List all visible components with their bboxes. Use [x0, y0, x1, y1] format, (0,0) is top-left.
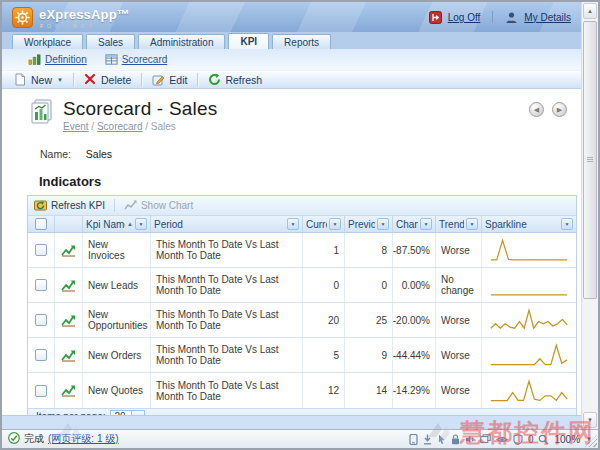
header-separator: [492, 11, 493, 23]
column-header-spark[interactable]: Sparkline▼: [482, 216, 576, 232]
subnav-scorecard[interactable]: Scorecard: [105, 53, 168, 66]
column-label: Period: [154, 219, 285, 230]
delete-button[interactable]: Delete: [76, 71, 139, 88]
breadcrumb: Event / Scorecard / Sales: [63, 121, 217, 132]
zoom-magnifier-icon[interactable]: [538, 434, 549, 445]
previous-record-button[interactable]: ◀: [529, 102, 544, 117]
change-cell: -14.29%: [393, 373, 436, 408]
tab-reports[interactable]: Reports: [272, 34, 331, 49]
icon-column-header: [55, 216, 83, 232]
filter-dropdown-button[interactable]: ▼: [377, 218, 389, 230]
row-checkbox[interactable]: [35, 279, 47, 291]
previous-cell: 8: [345, 233, 393, 267]
select-all-checkbox[interactable]: [35, 218, 47, 230]
trend-cell: Worse: [436, 303, 482, 337]
row-select-cell[interactable]: [28, 268, 55, 302]
pointer-icon[interactable]: [437, 434, 446, 445]
sparkline-cell: [482, 268, 576, 302]
refresh-button[interactable]: Refresh: [200, 71, 270, 88]
column-header-change[interactable]: Change▼: [393, 216, 436, 232]
column-header-period[interactable]: Period▼: [151, 216, 303, 232]
current-cell: 20: [303, 303, 345, 337]
kpi-row[interactable]: New OrdersThis Month To Date Vs Last Mon…: [28, 338, 576, 373]
scroll-up-button[interactable]: ▲: [583, 3, 597, 19]
filter-dropdown-button[interactable]: ▼: [135, 218, 147, 230]
row-select-cell[interactable]: [28, 338, 55, 372]
new-button[interactable]: New ▼: [6, 71, 71, 88]
log-off-link[interactable]: Log Off: [448, 12, 481, 23]
grid-pager: Items per page: 20 ▼: [28, 408, 576, 415]
shield-icon[interactable]: [513, 434, 523, 445]
sparkline-cell: [482, 233, 576, 267]
row-checkbox[interactable]: [35, 314, 47, 326]
tab-workplace[interactable]: Workplace: [12, 34, 83, 49]
my-details-link[interactable]: My Details: [524, 12, 571, 23]
row-checkbox[interactable]: [35, 244, 47, 256]
kpi-row[interactable]: New LeadsThis Month To Date Vs Last Mont…: [28, 268, 576, 303]
row-checkbox[interactable]: [35, 349, 47, 361]
scorecard-link[interactable]: Scorecard: [122, 54, 168, 65]
filter-dropdown-button[interactable]: ▼: [466, 218, 478, 230]
kpi-grid: Refresh KPI Show Chart Kpi Name▲▼Period▼…: [27, 195, 577, 415]
new-dropdown-caret[interactable]: ▼: [57, 77, 63, 83]
trend-cell: Worse: [436, 233, 482, 267]
scroll-down-button[interactable]: ▼: [583, 412, 597, 428]
sound-icon[interactable]: [465, 434, 475, 445]
download-icon[interactable]: [423, 434, 432, 445]
scrollbar-thumb[interactable]: [583, 21, 597, 299]
tab-administration[interactable]: Administration: [138, 34, 225, 49]
layout-icon[interactable]: [480, 434, 491, 445]
eye-icon[interactable]: [496, 434, 508, 445]
phone-icon[interactable]: [409, 434, 418, 445]
kpi-row[interactable]: New QuotesThis Month To Date Vs Last Mon…: [28, 373, 576, 408]
kpi-type-icon: [55, 373, 83, 408]
kpi-row[interactable]: New OpportunitiesThis Month To Date Vs L…: [28, 303, 576, 338]
show-chart-button[interactable]: Show Chart: [124, 199, 193, 212]
column-header-current[interactable]: Current▼: [303, 216, 345, 232]
command-toolbar: New ▼ Delete Edit: [2, 70, 581, 89]
filter-dropdown-button[interactable]: ▼: [561, 218, 573, 230]
row-select-cell[interactable]: [28, 233, 55, 267]
scrollbar-track[interactable]: [582, 20, 598, 411]
column-label: Kpi Name: [86, 219, 125, 230]
page-size-value: 20: [110, 410, 132, 415]
web-page: eXpressApp™ FOR .NET Log Off My Details: [2, 2, 581, 429]
app-name: eXpressApp™: [39, 7, 130, 22]
toolbar-separator: [73, 73, 74, 87]
breadcrumb-scorecard-link[interactable]: Scorecard: [97, 121, 143, 132]
tab-kpi[interactable]: KPI: [228, 33, 269, 49]
delete-x-icon: [84, 73, 97, 86]
row-select-cell[interactable]: [28, 303, 55, 337]
filter-dropdown-button[interactable]: ▼: [287, 218, 299, 230]
grid-toolbar: Refresh KPI Show Chart: [28, 196, 576, 216]
column-header-previous[interactable]: Previous▼: [345, 216, 393, 232]
log-off-icon: [429, 11, 442, 24]
page-size-select[interactable]: 20 ▼: [110, 410, 145, 415]
vertical-scrollbar[interactable]: ▲ ▼: [581, 2, 598, 429]
definition-link[interactable]: Definition: [45, 54, 87, 65]
status-counter: 0: [528, 434, 534, 445]
kpi-row[interactable]: New InvoicesThis Month To Date Vs Last M…: [28, 233, 576, 268]
column-header-kpi[interactable]: Kpi Name▲▼: [83, 216, 151, 232]
tab-sales[interactable]: Sales: [86, 34, 135, 49]
sort-asc-icon: ▲: [127, 221, 133, 227]
filter-dropdown-button[interactable]: ▼: [329, 218, 341, 230]
next-record-button[interactable]: ▶: [552, 102, 567, 117]
page-rating-link[interactable]: (网页评级: 1 级): [48, 432, 119, 446]
kpi-type-icon: [55, 338, 83, 372]
browser-window: eXpressApp™ FOR .NET Log Off My Details: [0, 0, 600, 450]
row-checkbox[interactable]: [35, 385, 47, 397]
page-bottom-band: [2, 415, 581, 429]
row-select-cell[interactable]: [28, 373, 55, 408]
subnav-definition[interactable]: Definition: [28, 53, 87, 66]
zoom-level[interactable]: 100%: [554, 434, 580, 445]
edit-button[interactable]: Edit: [144, 71, 195, 88]
change-cell: 0.00%: [393, 268, 436, 302]
lock-icon[interactable]: [451, 434, 460, 445]
refresh-kpi-button[interactable]: Refresh KPI: [34, 199, 105, 212]
filter-dropdown-button[interactable]: ▼: [420, 218, 432, 230]
page-size-dropdown-icon[interactable]: ▼: [132, 410, 145, 415]
kpi-subnav: Definition Scorecard: [2, 49, 581, 70]
column-header-trend[interactable]: Trend▼: [436, 216, 482, 232]
breadcrumb-event-link[interactable]: Event: [63, 121, 89, 132]
